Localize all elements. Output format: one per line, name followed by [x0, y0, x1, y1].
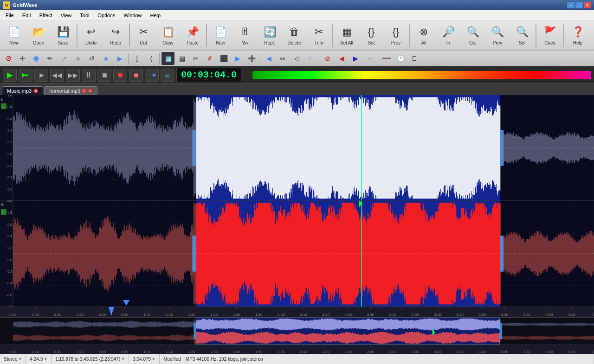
toolbar-btn-label: Cues	[544, 40, 555, 45]
rightfade-tool[interactable]: ▶	[349, 52, 362, 65]
record-stop-button[interactable]: ⏺	[129, 69, 143, 82]
toolbar-btn-label: Undo	[85, 40, 97, 45]
toolbar-btn-redo[interactable]: ↪Redo	[103, 22, 128, 49]
toolbar-btn-paste[interactable]: 📌Paste	[181, 22, 205, 49]
rewind-button[interactable]: ◀◀	[50, 69, 64, 82]
toolbar-btn-trim[interactable]: ✂Trim	[307, 22, 331, 49]
toolbar-btn-in[interactable]: 🔎In	[436, 22, 460, 49]
settings-mini-button[interactable]: 📺	[161, 69, 174, 82]
snap-tool[interactable]: ◈	[99, 52, 112, 65]
toolbar-btn-label: Set	[368, 40, 374, 45]
status-dur-arrow[interactable]: ▼	[44, 357, 47, 361]
leftarrow2-tool[interactable]: ◁	[290, 52, 303, 65]
menu-item-options[interactable]: Options	[94, 12, 119, 19]
arrow2-tool[interactable]: ▶	[231, 52, 244, 65]
toolbar-btn-mix[interactable]: 🎚Mix	[233, 22, 257, 49]
toolbar-btn-prev[interactable]: {}Prev	[384, 22, 408, 49]
loop-button[interactable]: ↔▶	[145, 69, 159, 82]
waveform-tool[interactable]: ≈	[71, 52, 84, 65]
toolbar2-sep4	[319, 53, 319, 64]
reverse-tool[interactable]: ↔	[363, 52, 376, 65]
add-tool[interactable]: ➕	[245, 52, 258, 65]
status-pos-arrow[interactable]: ▼	[152, 357, 155, 361]
toolbar-separator	[129, 24, 130, 47]
menu-item-file[interactable]: File	[2, 12, 18, 19]
menu-item-window[interactable]: Window	[120, 12, 145, 19]
main-toolbar: 📄New📂Open💾Save↩Undo↪Redo✂Cut📋Copy📌Paste📄…	[0, 20, 594, 51]
play-from-start-button[interactable]: |▶	[34, 69, 48, 82]
toolbar-btn-label: Delete	[288, 40, 301, 45]
minimize-button[interactable]: −	[567, 2, 575, 8]
toolbar-btn-cues[interactable]: 🚩Cues	[538, 22, 562, 49]
menu-item-tool[interactable]: Tool	[76, 12, 93, 19]
close-button[interactable]: ✕	[584, 2, 591, 8]
toolbar-btn-undo[interactable]: ↩Undo	[79, 22, 103, 49]
clock-tool[interactable]: 🕐	[394, 52, 407, 65]
dblarrow-tool[interactable]: ⇔	[276, 52, 289, 65]
leftarrow-tool[interactable]: ◀	[262, 52, 275, 65]
spectrum2-tool[interactable]: ▤	[175, 52, 188, 65]
tab-music[interactable]: Music.mp3 ✕	[2, 86, 43, 95]
fx-tool[interactable]: ⟦	[130, 52, 143, 65]
menu-item-help[interactable]: Help	[147, 12, 165, 19]
toolbar-btn-sel[interactable]: 🔍Sel	[510, 22, 534, 49]
toolbar2-sep2	[159, 53, 160, 64]
toolbar2-sep1	[128, 53, 129, 64]
menu-item-effect[interactable]: Effect	[36, 12, 56, 19]
effects-tool[interactable]: ⟨	[144, 52, 157, 65]
cursor-tool[interactable]: ↗	[58, 52, 71, 65]
toolbar-btn-sel-all[interactable]: ▦Sel All	[335, 22, 359, 49]
fast-forward-button[interactable]: ▶▶	[66, 69, 80, 82]
x-tool[interactable]: ✗	[203, 52, 216, 65]
stop2-tool[interactable]: ⊘	[321, 52, 334, 65]
waveform-canvas[interactable]	[0, 95, 594, 307]
arrow-right-tool[interactable]: ▶	[113, 52, 126, 65]
record-button[interactable]: ⏺	[113, 69, 127, 82]
record-view[interactable]: ◉	[30, 52, 43, 65]
toolbar-btn-set[interactable]: {}Set	[359, 22, 383, 49]
toolbar-btn-copy[interactable]: 📋Copy	[156, 22, 180, 49]
leftfade-tool[interactable]: ◀	[335, 52, 348, 65]
tab-immortal-close[interactable]: ✕	[88, 89, 92, 93]
status-modified: Modified	[163, 357, 181, 362]
menu-item-view[interactable]: View	[57, 12, 76, 19]
tab-immortal[interactable]: Immortal.mp3 ✕	[44, 86, 97, 95]
pause-button[interactable]: ⏸	[82, 69, 96, 82]
toolbar-btn-new[interactable]: 📄New	[2, 22, 26, 49]
toolbar-btn-help[interactable]: ❓Help	[566, 22, 590, 49]
volume-bar[interactable]	[252, 71, 591, 79]
toolbar-btn-prev[interactable]: 🔍Prev	[485, 22, 510, 49]
toolbar-btn-new[interactable]: 📄New	[208, 22, 232, 49]
color-tool[interactable]: ⬛	[217, 52, 230, 65]
scissor-tool[interactable]: ✂	[189, 52, 202, 65]
toolbar-btn-save[interactable]: 💾Save	[51, 22, 75, 49]
menu-item-edit[interactable]: Edit	[19, 12, 35, 19]
tab-music-close[interactable]: ✕	[33, 89, 38, 93]
toolbar-btn-label: Prev	[493, 40, 503, 45]
toolbar-btn-out[interactable]: 🔍Out	[461, 22, 485, 49]
toolbar-btn-label: Prev	[391, 40, 401, 45]
play-selection-button[interactable]: ▶▸	[19, 69, 32, 82]
spectrum-tool[interactable]: ▦	[161, 52, 174, 65]
stop-button[interactable]: ⏹	[97, 69, 111, 82]
rightarrow-tool[interactable]: ▷⃝	[304, 52, 317, 65]
toolbar-btn-all[interactable]: ⊗All	[412, 22, 436, 49]
stop-icon-btn[interactable]: ⊘	[2, 52, 15, 65]
status-mode-arrow[interactable]: ▼	[18, 357, 22, 361]
toolbar-btn-cut[interactable]: ✂Cut	[131, 22, 155, 49]
note-tool[interactable]: 🗒	[408, 52, 421, 65]
status-format-value: MP3 44100 Hz, 192 kbps, joint stereo	[186, 357, 263, 362]
minimap-canvas[interactable]	[0, 318, 594, 345]
voldown-tool[interactable]: ━━━	[380, 52, 393, 65]
status-sel-arrow[interactable]: ▼	[121, 357, 125, 361]
toolbar-btn-open[interactable]: 📂Open	[26, 22, 51, 49]
status-duration: 4:24.3 ▼	[26, 354, 52, 364]
draw-tool[interactable]: ✏	[44, 52, 57, 65]
maximize-button[interactable]: □	[575, 2, 583, 8]
toolbar-btn-repl[interactable]: 🔄Repl.	[258, 22, 282, 49]
play-button[interactable]: ▶	[3, 69, 17, 82]
minimap-row	[0, 317, 594, 345]
rotate-tool[interactable]: ↺	[85, 52, 98, 65]
move-tool[interactable]: ✛	[16, 52, 29, 65]
toolbar-btn-delete[interactable]: 🗑Delete	[282, 22, 306, 49]
